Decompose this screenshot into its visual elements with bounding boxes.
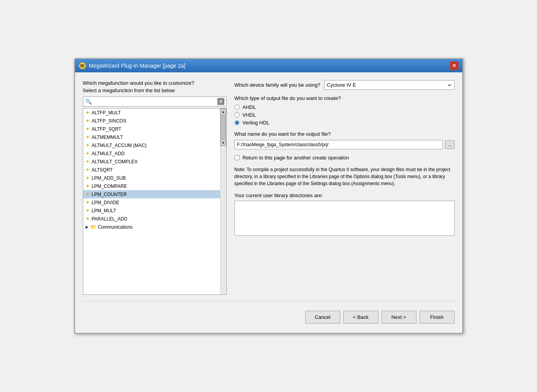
megafunction-label: PARALLEL_ADD	[92, 216, 128, 222]
megafunction-icon: ✦	[86, 150, 90, 156]
megafunction-icon: ✦	[86, 216, 90, 222]
list-item[interactable]: ✦ALTFP_SQRT	[83, 125, 220, 133]
panel-subtitle: Select a megafunction from the list belo…	[83, 88, 227, 93]
title-bar-left: W MegaWizard Plug-In Manager [page 2a]	[79, 62, 185, 69]
megafunction-label: LPM_ADD_SUB	[92, 175, 126, 181]
note-text: Note: To compile a project successfully …	[234, 166, 455, 187]
ahdl-radio-row: AHDL	[234, 104, 455, 110]
panel-title: Which megafunction would you like to cus…	[83, 80, 227, 86]
file-path-input[interactable]	[234, 140, 443, 149]
return-checkbox-row: Return to this page for another create o…	[234, 155, 455, 161]
megafunction-label: ALTFP_SINCOS	[92, 118, 126, 124]
output-type-label: Which type of output file do you want to…	[234, 95, 455, 101]
list-item[interactable]: ✦ALTSQRT	[83, 166, 220, 174]
button-bar: Cancel < Back Next > Finish	[83, 308, 455, 325]
megafunction-icon: ✦	[86, 200, 90, 205]
clear-search-button[interactable]: ✕	[217, 98, 224, 105]
finish-button[interactable]: Finish	[420, 311, 455, 324]
megafunction-icon: ✦	[86, 118, 90, 124]
vhdl-radio[interactable]	[234, 112, 240, 117]
megafunction-label: ALTMULT_ADD	[92, 151, 125, 156]
next-button[interactable]: Next >	[381, 311, 416, 324]
list-item[interactable]: ✦PARALLEL_ADD	[83, 215, 220, 223]
search-icon: 🔍	[85, 98, 92, 105]
vhdl-radio-row: VHDL	[234, 112, 455, 118]
ahdl-radio[interactable]	[234, 105, 240, 110]
close-button[interactable]: ✕	[450, 61, 458, 70]
back-button[interactable]: < Back	[343, 311, 378, 324]
output-type-section: Which type of output file do you want to…	[234, 95, 455, 126]
scroll-down-button[interactable]: ▼	[220, 140, 226, 146]
window-body: Which megafunction would you like to cus…	[75, 72, 462, 333]
list-item[interactable]: ✦ALTMULT_ACCUM (MAC)	[83, 141, 220, 149]
megafunction-icon: ✦	[86, 134, 90, 140]
megafunction-icon: ✦	[86, 191, 90, 197]
list-item[interactable]: ✦LPM_COMPARE	[83, 182, 220, 190]
megafunction-icon: ✦	[86, 167, 90, 173]
list-item[interactable]: ✦ALTMULT_ADD	[83, 149, 220, 158]
megafunction-icon: ✦	[86, 159, 90, 164]
device-family-select[interactable]: Cyclone IV E Cyclone IV GX Cyclone V Arr…	[324, 80, 455, 90]
right-panel: Which device family will you be using? C…	[234, 80, 455, 295]
megafunction-label: LPM_COMPARE	[92, 184, 127, 189]
window-icon: W	[79, 62, 86, 69]
output-filename-section: What name do you want for the output fil…	[234, 131, 455, 149]
megafunction-icon: ✦	[86, 142, 90, 148]
left-panel: Which megafunction would you like to cus…	[83, 80, 227, 295]
verilog-label: Verilog HDL	[243, 120, 269, 126]
search-input[interactable]	[93, 99, 216, 105]
file-path-row: ...	[234, 140, 455, 149]
window-title: MegaWizard Plug-In Manager [page 2a]	[89, 63, 185, 69]
megafunction-label: LPM_MULT	[92, 208, 116, 214]
list-item[interactable]: ✦ALTMULT_COMPLEX	[83, 158, 220, 166]
output-filename-label: What name do you want for the output fil…	[234, 131, 455, 137]
list-item[interactable]: ✦ALTFP_MULT	[83, 108, 220, 117]
lib-label: Your current user library directories ar…	[234, 192, 455, 198]
ahdl-label: AHDL	[243, 104, 256, 110]
return-checkbox[interactable]	[234, 155, 240, 160]
scrollbar-track: ▲ ▼	[220, 108, 226, 294]
verilog-radio-row: Verilog HDL	[234, 120, 455, 126]
return-checkbox-label: Return to this page for another create o…	[243, 155, 349, 161]
megafunction-icon: ✦	[86, 110, 90, 116]
title-bar: W MegaWizard Plug-In Manager [page 2a] ✕	[75, 59, 462, 72]
category-item[interactable]: ▶📁Communications	[83, 223, 220, 231]
megafunction-label: LPM_DIVIDE	[92, 200, 119, 205]
device-family-section: Which device family will you be using? C…	[234, 80, 455, 90]
megafunction-icon: ✦	[86, 183, 90, 189]
list-item[interactable]: ✦LPM_MULT	[83, 206, 220, 215]
scrollbar-thumb[interactable]	[220, 116, 226, 139]
list-item[interactable]: ✦LPM_DIVIDE	[83, 198, 220, 206]
content-area: Which megafunction would you like to cus…	[83, 80, 455, 295]
list-item[interactable]: ✦ALTMEMMULT	[83, 133, 220, 141]
megafunction-label: ALTMULT_COMPLEX	[92, 159, 138, 164]
list-item[interactable]: ✦LPM_ADD_SUB	[83, 174, 220, 182]
browse-button[interactable]: ...	[445, 140, 454, 149]
megafunction-label: ALTFP_SQRT	[92, 126, 121, 132]
megafunction-label: ALTFP_MULT	[92, 110, 121, 116]
megafunction-list-container: ✦ALTFP_MULT✦ALTFP_SINCOS✦ALTFP_SQRT✦ALTM…	[83, 108, 227, 295]
megafunction-icon: ✦	[86, 175, 90, 181]
megafunction-label: LPM_COUNTER	[92, 192, 127, 197]
category-label: Communications	[98, 224, 133, 230]
megafunction-label: ALTMEMMULT	[92, 135, 123, 140]
search-box: 🔍 ✕	[83, 96, 227, 107]
lib-textarea[interactable]	[234, 201, 455, 236]
list-item[interactable]: ✦LPM_COUNTER	[83, 190, 220, 198]
verilog-radio[interactable]	[234, 120, 240, 125]
cancel-button[interactable]: Cancel	[305, 311, 340, 324]
megafunction-list[interactable]: ✦ALTFP_MULT✦ALTFP_SINCOS✦ALTFP_SQRT✦ALTM…	[83, 108, 220, 294]
main-window: W MegaWizard Plug-In Manager [page 2a] ✕…	[74, 58, 463, 334]
scroll-up-button[interactable]: ▲	[220, 108, 226, 115]
megafunction-icon: ✦	[86, 208, 90, 214]
list-item[interactable]: ✦ALTFP_SINCOS	[83, 117, 220, 125]
folder-icon: 📁	[90, 224, 96, 230]
megafunction-icon: ✦	[86, 126, 90, 132]
megafunction-label: ALTSQRT	[92, 167, 113, 173]
separator	[83, 301, 455, 301]
device-family-label: Which device family will you be using?	[234, 82, 320, 88]
megafunction-label: ALTMULT_ACCUM (MAC)	[92, 143, 147, 148]
category-arrow-icon: ▶	[86, 225, 89, 229]
output-type-radio-group: AHDL VHDL Verilog HDL	[234, 104, 455, 126]
vhdl-label: VHDL	[243, 112, 256, 118]
